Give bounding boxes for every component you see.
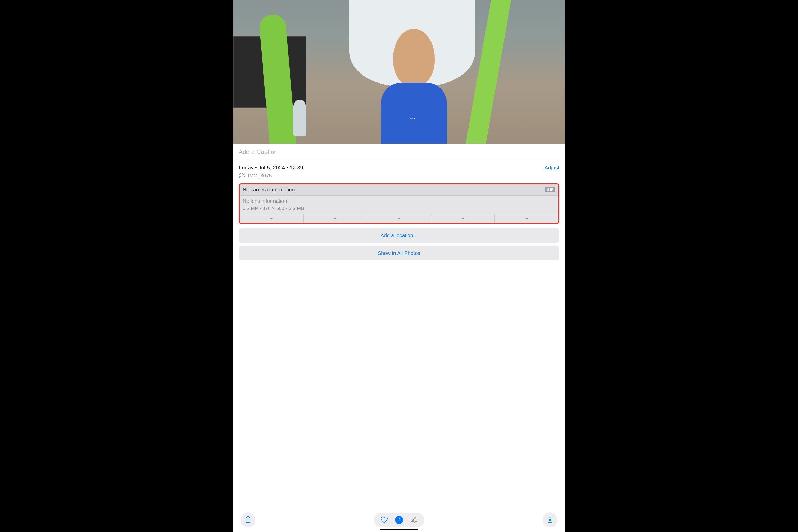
svg-point-4 <box>412 519 414 521</box>
sliders-icon <box>410 517 418 523</box>
exif-cell: – <box>240 214 303 223</box>
lens-info-text: No lens information <box>243 198 555 204</box>
exif-cell: – <box>495 214 558 223</box>
svg-point-6 <box>414 521 415 522</box>
favorite-button[interactable] <box>379 515 390 525</box>
caption-placeholder: Add a Caption <box>239 148 278 155</box>
photo-person-shirt: NIKE <box>381 83 447 144</box>
date-row: Friday • Jul 5, 2024 • 12:39 Adjust <box>239 165 559 171</box>
date-text: Friday • Jul 5, 2024 • 12:39 <box>239 165 303 171</box>
exif-row: – – – – – <box>240 214 558 223</box>
show-in-all-photos-button[interactable]: Show in All Photos <box>239 246 559 260</box>
photo-bottle <box>293 100 306 136</box>
metadata-body: No lens information 0.2 MP • 376 × 500 •… <box>240 195 558 214</box>
format-badge: GIF <box>545 187 555 192</box>
photo-person-head <box>393 29 435 87</box>
info-button[interactable]: i <box>394 515 404 525</box>
dimensions-text: 0.2 MP • 376 × 500 • 2.2 MB <box>243 206 555 211</box>
bottom-toolbar: i <box>233 510 565 532</box>
add-location-button[interactable]: Add a location... <box>239 228 559 243</box>
cloud-off-icon <box>239 173 245 178</box>
metadata-header: No camera information GIF <box>240 184 558 195</box>
home-indicator[interactable] <box>380 529 418 530</box>
metadata-card[interactable]: No camera information GIF No lens inform… <box>239 183 559 224</box>
share-icon <box>245 516 251 524</box>
camera-info-text: No camera information <box>243 187 294 193</box>
filename-row: IMG_3075 <box>239 173 559 178</box>
adjust-button[interactable]: Adjust <box>544 165 559 171</box>
adjust-sliders-button[interactable] <box>409 515 419 525</box>
phone-screen: NIKE Add a Caption Friday • Jul 5, 2024 … <box>233 0 565 532</box>
photo-preview[interactable]: NIKE <box>233 0 565 144</box>
trash-icon <box>547 516 553 524</box>
info-icon: i <box>395 516 403 524</box>
info-section: Friday • Jul 5, 2024 • 12:39 Adjust IMG_… <box>233 160 565 510</box>
heart-icon <box>380 516 388 524</box>
filename-text: IMG_3075 <box>248 173 272 178</box>
photo-person: NIKE <box>373 29 455 144</box>
exif-cell: – <box>431 214 495 223</box>
toolbar-center-group: i <box>374 513 424 527</box>
share-button[interactable] <box>241 512 255 527</box>
exif-cell: – <box>367 214 431 223</box>
exif-cell: – <box>304 214 367 223</box>
caption-section[interactable]: Add a Caption <box>233 144 565 160</box>
delete-button[interactable] <box>543 512 557 527</box>
svg-point-2 <box>415 517 416 519</box>
